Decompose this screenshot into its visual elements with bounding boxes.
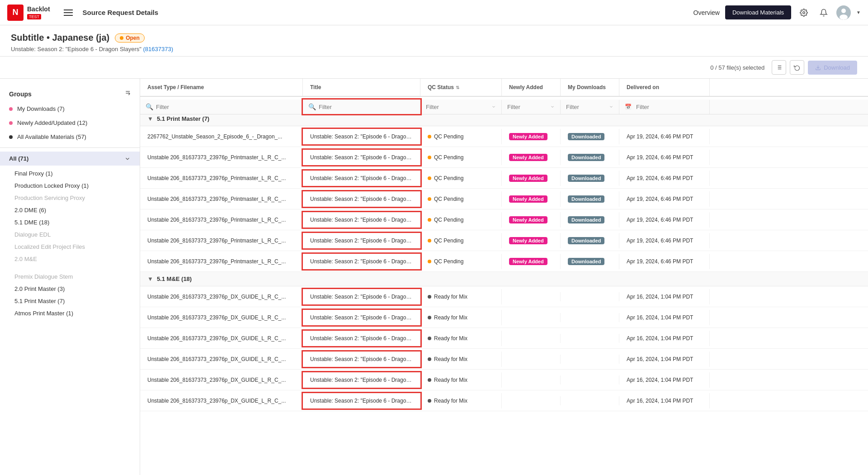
my-downloads-cell — [561, 334, 619, 343]
download-button[interactable]: Download — [808, 61, 857, 75]
table-row: Unstable 206_81637373_23976p_DX_GUIDE_L_… — [140, 328, 868, 349]
sidebar-item-all[interactable]: All (71) — [0, 152, 140, 166]
title-cell: Unstable: Season 2: "Episode 6 - Dragon … — [303, 191, 420, 207]
svg-point-0 — [803, 11, 805, 14]
qc-sort-icon: ⇅ — [456, 85, 459, 90]
newly-added-cell — [502, 396, 561, 405]
my-downloads-label: My Downloads (7) — [17, 105, 65, 112]
asset-filename-cell: Unstable 206_81637373_23976p_Printmaster… — [140, 150, 303, 165]
qc-dot — [428, 176, 431, 180]
delivered-on-cell: Apr 16, 2024, 1:04 PM PDT — [619, 393, 710, 408]
sub-header: Subtitle • Japanese (ja) Open Unstable: … — [0, 25, 868, 57]
sidebar-item-final-proxy[interactable]: Final Proxy (1) — [0, 167, 140, 180]
my-downloads-dot — [9, 107, 13, 111]
avatar[interactable] — [836, 5, 851, 20]
asset-filename-cell: Unstable 206_81637373_23976p_DX_GUIDE_L_… — [140, 393, 303, 408]
col-header-title[interactable]: Title — [303, 79, 420, 96]
section-mae-51[interactable]: ▼ 5.1 M&E (18) — [140, 272, 868, 286]
columns-toggle-button[interactable] — [772, 60, 786, 75]
downloaded-badge: Downloaded — [568, 133, 604, 140]
qc-status-label: QC Pending — [434, 133, 463, 140]
sidebar-item-my-downloads[interactable]: My Downloads (7) — [0, 102, 140, 116]
calendar-icon: 📅 — [625, 104, 632, 110]
qc-filter-select[interactable]: Filter — [426, 104, 496, 110]
delivered-on-cell: Apr 19, 2024, 6:46 PM PDT — [619, 129, 710, 144]
brand-name: Backlot — [27, 5, 50, 13]
qc-status-cell: QC Pending — [420, 254, 502, 269]
asset-filename-cell: Unstable 206_81637373_23976p_DX_GUIDE_L_… — [140, 289, 303, 304]
qc-dot — [428, 337, 431, 340]
logo[interactable]: N Backlot TEST — [7, 5, 50, 21]
newly-added-cell: Newly Added — [502, 233, 561, 248]
sidebar-item-dme-20[interactable]: 2.0 DME (6) — [0, 204, 140, 216]
groups-toggle-icon[interactable] — [123, 90, 131, 98]
mydownloads-filter-select[interactable]: Filter — [566, 104, 613, 110]
download-label: Download — [824, 64, 850, 71]
asset-filename-cell: Unstable 206_81637373_23976p_DX_GUIDE_L_… — [140, 310, 303, 325]
qc-status-cell: Ready for Mix — [420, 393, 502, 408]
title-cell: Unstable: Season 2: "Episode 6 - Dragon … — [303, 150, 420, 165]
newly-added-cell: Newly Added — [502, 254, 561, 269]
download-materials-button[interactable]: Download Materials — [725, 5, 791, 19]
title-cell: Unstable: Season 2: "Episode 6 - Dragon … — [303, 254, 420, 269]
downloaded-badge: Downloaded — [568, 258, 604, 265]
delivered-on-cell: Apr 16, 2024, 1:04 PM PDT — [619, 331, 710, 346]
column-header-row: Asset Type / Filename Title QC Status ⇅ … — [140, 79, 868, 97]
avatar-chevron[interactable]: ▼ — [856, 10, 861, 15]
newly-added-badge: Newly Added — [509, 258, 547, 265]
sidebar-item-all-available[interactable]: All Available Materials (57) — [0, 130, 140, 144]
qc-dot — [428, 378, 431, 382]
my-downloads-cell: Downloaded — [561, 233, 619, 248]
netflix-logo-icon: N — [7, 5, 24, 21]
sidebar-item-newly-added[interactable]: Newly Added/Updated (12) — [0, 116, 140, 130]
settings-button[interactable] — [797, 5, 811, 20]
table-row: Unstable 206_81637373_23976p_DX_GUIDE_L_… — [140, 349, 868, 370]
my-downloads-cell — [561, 313, 619, 322]
print-master-rows: 2267762_Unstable_Season_2_Episode_6_-_Dr… — [140, 126, 868, 272]
overview-link[interactable]: Overview — [693, 9, 720, 16]
my-downloads-cell — [561, 375, 619, 385]
hamburger-button[interactable] — [61, 5, 75, 20]
breadcrumb-id[interactable]: (81637373) — [143, 46, 174, 52]
asset-filter-input[interactable] — [156, 104, 297, 110]
col-header-delivered[interactable]: Delivered on — [619, 79, 710, 96]
downloaded-badge: Downloaded — [568, 154, 604, 161]
sidebar-item-prod-locked-proxy[interactable]: Production Locked Proxy (1) — [0, 180, 140, 192]
newly-added-badge: Newly Added — [509, 175, 547, 182]
refresh-button[interactable] — [790, 60, 804, 75]
qc-dot — [428, 316, 431, 319]
delivered-on-cell: Apr 19, 2024, 6:46 PM PDT — [619, 150, 710, 165]
qc-status-cell: Ready for Mix — [420, 372, 502, 388]
header-right: Overview Download Materials ▼ — [693, 5, 861, 20]
title-filter-input[interactable] — [319, 104, 415, 110]
sidebar-item-print-master-51[interactable]: 5.1 Print Master (7) — [0, 295, 140, 307]
col-header-qc[interactable]: QC Status ⇅ — [420, 79, 502, 96]
newly-filter-select[interactable]: Filter — [507, 104, 555, 110]
title-filter-cell: 🔍 — [303, 100, 420, 114]
table-row: Unstable 206_81637373_23976p_DX_GUIDE_L_… — [140, 390, 868, 411]
asset-filename-cell: Unstable 206_81637373_23976p_Printmaster… — [140, 171, 303, 186]
my-downloads-cell: Downloaded — [561, 191, 619, 207]
asset-filename-cell: Unstable 206_81637373_23976p_Printmaster… — [140, 191, 303, 207]
sidebar-item-mae-51[interactable] — [0, 265, 140, 271]
qc-dot — [428, 156, 431, 159]
header: N Backlot TEST Source Request Details Ov… — [0, 0, 868, 25]
title-cell: Unstable: Season 2: "Episode 6 - Dragon … — [303, 310, 420, 325]
sidebar-item-print-master-20[interactable]: 2.0 Print Master (3) — [0, 283, 140, 295]
title-cell: Unstable: Season 2: "Episode 6 - Dragon … — [303, 393, 420, 408]
newly-filter-cell: Filter — [502, 100, 561, 114]
asset-filename-cell: Unstable 206_81637373_23976p_Printmaster… — [140, 254, 303, 269]
delivered-on-cell: Apr 16, 2024, 1:04 PM PDT — [619, 310, 710, 325]
qc-dot — [428, 197, 431, 201]
sidebar-item-dme-51[interactable]: 5.1 DME (18) — [0, 216, 140, 228]
main-layout: Groups My Downloads (7) Newly Added/Upda… — [0, 79, 868, 475]
delivered-on-cell: Apr 16, 2024, 1:04 PM PDT — [619, 352, 710, 367]
title-search-icon: 🔍 — [308, 103, 316, 110]
col-header-newly[interactable]: Newly Added — [502, 79, 561, 96]
sidebar: Groups My Downloads (7) Newly Added/Upda… — [0, 79, 140, 475]
sidebar-item-atmos-print-master[interactable]: Atmos Print Master (1) — [0, 307, 140, 319]
bell-button[interactable] — [816, 5, 831, 20]
col-header-asset[interactable]: Asset Type / Filename — [140, 79, 303, 96]
qc-status-cell: QC Pending — [420, 212, 502, 228]
col-header-mydownloads[interactable]: My Downloads — [561, 79, 619, 96]
